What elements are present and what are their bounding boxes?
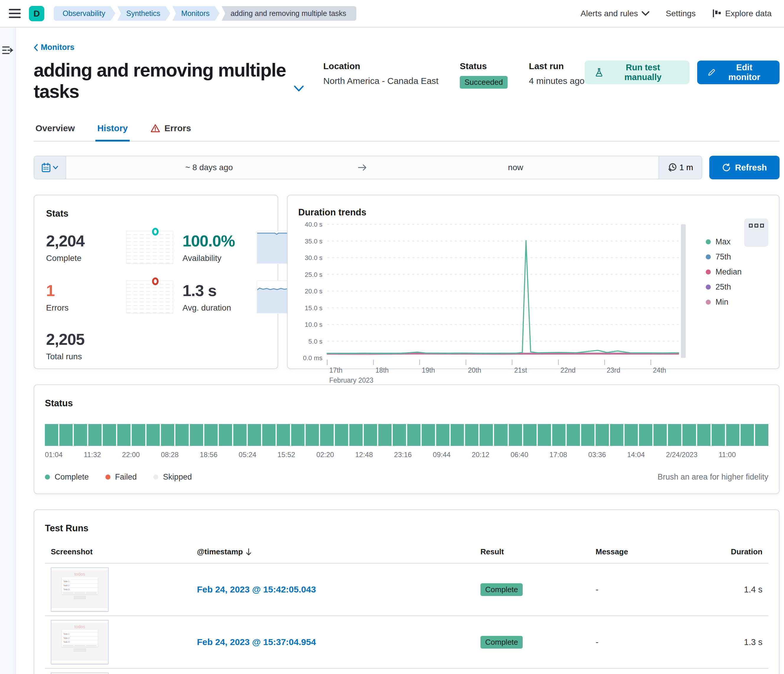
status-bar-complete[interactable] xyxy=(219,424,232,446)
status-bar-complete[interactable] xyxy=(364,424,377,446)
monitor-select-chevron-icon[interactable] xyxy=(294,86,304,92)
breadcrumb-monitors[interactable]: Monitors xyxy=(173,6,220,21)
status-bar-complete[interactable] xyxy=(74,424,87,446)
expand-sidebar-icon[interactable] xyxy=(2,46,13,55)
auto-refresh-interval[interactable]: 1 m xyxy=(658,156,702,179)
legend-item-median[interactable]: Median xyxy=(706,267,768,276)
status-bar-complete[interactable] xyxy=(233,424,247,446)
status-bar-complete[interactable] xyxy=(407,424,420,446)
col-timestamp-label: @timestamp xyxy=(197,547,243,556)
screenshot-thumbnail[interactable]: todos Task 1 Task 2 Task 3 xyxy=(51,567,109,612)
beaker-icon xyxy=(595,68,603,77)
status-bar-complete[interactable] xyxy=(436,424,450,446)
status-bar-complete[interactable] xyxy=(567,424,580,446)
status-bar-complete[interactable] xyxy=(697,424,711,446)
status-legend: Complete Failed Skipped xyxy=(45,473,192,482)
status-bar-complete[interactable] xyxy=(509,424,522,446)
screenshot-thumbnail[interactable]: todos Task 1 Task 2 Task 3 xyxy=(51,620,109,664)
time-range-start[interactable]: ~ 8 days ago xyxy=(66,156,352,179)
time-range-end[interactable]: now xyxy=(373,156,658,179)
status-bar-complete[interactable] xyxy=(422,424,435,446)
status-label: Status xyxy=(460,61,508,71)
tab-overview[interactable]: Overview xyxy=(34,119,76,141)
edit-monitor-button[interactable]: Edit monitor xyxy=(697,61,779,84)
status-bar-complete[interactable] xyxy=(755,424,768,446)
status-bar-complete[interactable] xyxy=(596,424,609,446)
col-screenshot: Screenshot xyxy=(51,547,197,556)
status-bar-complete[interactable] xyxy=(378,424,392,446)
legend-item-25th[interactable]: 25th xyxy=(706,282,768,292)
status-bar-complete[interactable] xyxy=(581,424,594,446)
date-picker-quick-menu[interactable] xyxy=(34,156,66,179)
table-row: todos Task 1 Task 2 Task 3 xyxy=(45,669,768,674)
alerts-and-rules-menu[interactable]: Alerts and rules xyxy=(580,9,649,18)
run-test-manually-button[interactable]: Run test manually xyxy=(585,61,690,84)
legend-label: Skipped xyxy=(163,473,192,482)
status-bar-complete[interactable] xyxy=(740,424,754,446)
status-bar-complete[interactable] xyxy=(523,424,537,446)
status-bar-complete[interactable] xyxy=(132,424,145,446)
status-bar-complete[interactable] xyxy=(103,424,116,446)
status-bar-complete[interactable] xyxy=(59,424,73,446)
screenshot-thumbnail[interactable]: todos Task 1 Task 2 Task 3 xyxy=(51,672,109,674)
status-timeline[interactable] xyxy=(45,424,768,446)
breadcrumb-observability[interactable]: Observability xyxy=(54,6,115,21)
status-bar-complete[interactable] xyxy=(45,424,58,446)
status-bar-complete[interactable] xyxy=(610,424,623,446)
tab-errors[interactable]: Errors xyxy=(149,119,193,141)
status-bar-complete[interactable] xyxy=(465,424,478,446)
legend-item-75th[interactable]: 75th xyxy=(706,252,768,262)
run-timestamp-link[interactable]: Feb 24, 2023 @ 15:42:05.043 xyxy=(197,585,481,594)
thumb-task: Task 3 xyxy=(62,588,98,591)
col-timestamp-sort[interactable]: @timestamp xyxy=(197,547,481,556)
legend-label: Failed xyxy=(115,473,137,482)
settings-link[interactable]: Settings xyxy=(666,9,696,18)
status-bar-complete[interactable] xyxy=(625,424,638,446)
back-to-monitors-link[interactable]: Monitors xyxy=(34,43,75,52)
status-bar-complete[interactable] xyxy=(726,424,739,446)
refresh-button[interactable]: Refresh xyxy=(709,156,779,179)
chevron-down-icon xyxy=(53,166,58,169)
status-bar-complete[interactable] xyxy=(393,424,406,446)
duration-trends-chart[interactable]: 0.0 ms5.0 s10.0 s15.0 s20.0 s25.0 s30.0 … xyxy=(298,219,706,385)
status-bar-complete[interactable] xyxy=(306,424,319,446)
col-message: Message xyxy=(596,547,717,556)
chart-legend-settings-icon[interactable] xyxy=(744,218,768,247)
status-bar-complete[interactable] xyxy=(117,424,131,446)
status-bar-complete[interactable] xyxy=(653,424,667,446)
status-bar-complete[interactable] xyxy=(479,424,493,446)
menu-icon[interactable] xyxy=(9,7,22,20)
status-bar-complete[interactable] xyxy=(320,424,333,446)
status-bar-complete[interactable] xyxy=(552,424,565,446)
status-bar-complete[interactable] xyxy=(262,424,275,446)
status-panel: Status 01:0411:3222:0008:2818:5605:2415:… xyxy=(34,384,779,494)
status-bar-complete[interactable] xyxy=(204,424,218,446)
status-bar-complete[interactable] xyxy=(538,424,551,446)
chevron-down-icon xyxy=(642,11,649,16)
status-bar-complete[interactable] xyxy=(146,424,160,446)
status-bar-complete[interactable] xyxy=(248,424,261,446)
status-bar-complete[interactable] xyxy=(335,424,348,446)
status-bar-complete[interactable] xyxy=(88,424,101,446)
legend-dot xyxy=(153,474,158,480)
status-bar-complete[interactable] xyxy=(494,424,507,446)
status-bar-complete[interactable] xyxy=(291,424,305,446)
stat-total-runs-label: Total runs xyxy=(46,352,118,361)
breadcrumb-synthetics[interactable]: Synthetics xyxy=(118,6,170,21)
status-bar-complete[interactable] xyxy=(176,424,189,446)
legend-item-min[interactable]: Min xyxy=(706,298,768,307)
status-bar-complete[interactable] xyxy=(349,424,362,446)
status-bar-complete[interactable] xyxy=(277,424,290,446)
tab-history[interactable]: History xyxy=(95,119,129,141)
avatar[interactable]: D xyxy=(29,6,44,21)
status-bar-complete[interactable] xyxy=(190,424,203,446)
status-bar-complete[interactable] xyxy=(712,424,725,446)
run-timestamp-link[interactable]: Feb 24, 2023 @ 15:37:04.954 xyxy=(197,637,481,647)
status-bar-complete[interactable] xyxy=(683,424,696,446)
status-bar-complete[interactable] xyxy=(668,424,681,446)
status-bar-complete[interactable] xyxy=(161,424,174,446)
status-bar-complete[interactable] xyxy=(639,424,652,446)
status-bar-complete[interactable] xyxy=(451,424,464,446)
svg-text:10.0 s: 10.0 s xyxy=(305,321,322,328)
explore-data-link[interactable]: Explore data xyxy=(712,9,772,18)
